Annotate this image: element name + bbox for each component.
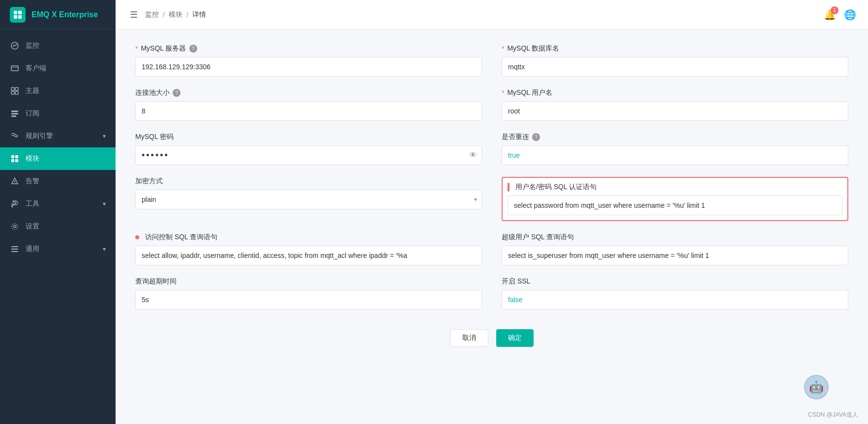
acl-sql-input[interactable] [135, 246, 482, 265]
svg-rect-14 [11, 155, 14, 158]
sidebar-item-general-label: 通用 [26, 245, 103, 254]
auth-sql-input[interactable] [508, 196, 842, 215]
settings-icon [10, 222, 20, 231]
cancel-button[interactable]: 取消 [450, 329, 488, 347]
sidebar-item-clients-label: 客户端 [26, 64, 106, 73]
acl-sql-group: 访问控制 SQL 查询语句 [135, 233, 482, 265]
sidebar-item-clients[interactable]: 客户端 [0, 57, 116, 80]
sidebar: EMQ X Enterprise 监控 客户端 [0, 0, 116, 424]
subscriptions-icon [10, 109, 20, 118]
notification-button[interactable]: 🔔 1 [824, 9, 836, 21]
svg-rect-21 [11, 246, 18, 247]
reconnect-value: true [502, 145, 848, 165]
breadcrumb-item-modules[interactable]: 模块 [169, 10, 182, 19]
svg-rect-7 [11, 87, 14, 90]
breadcrumb: 监控 / 模块 / 详情 [145, 10, 206, 19]
mysql-server-input[interactable] [135, 57, 482, 77]
sidebar-item-settings[interactable]: 设置 [0, 215, 116, 238]
rules-icon [10, 131, 20, 141]
mysql-username-group: * MySQL 用户名 [502, 88, 848, 121]
sidebar-item-rules-label: 规则引擎 [26, 132, 103, 141]
main-area: ☰ 监控 / 模块 / 详情 🔔 1 🌐 * MySQL 服务器 [116, 0, 868, 424]
reconnect-group: 是否重连 ? true [502, 133, 848, 165]
tools-icon [10, 199, 20, 209]
svg-rect-13 [11, 115, 16, 117]
confirm-button[interactable]: 确定 [496, 329, 534, 347]
mysql-username-required: * [502, 89, 504, 97]
sidebar-nav: 监控 客户端 主题 [0, 29, 116, 424]
general-arrow-icon: ▾ [103, 246, 106, 253]
monitor-icon [10, 41, 20, 51]
notification-badge: 1 [831, 6, 838, 14]
logo-icon [10, 7, 26, 23]
svg-point-20 [14, 226, 16, 228]
form-grid: * MySQL 服务器 ? * MySQL 数据库名 连接池大小 ? [135, 44, 848, 310]
svg-rect-8 [15, 87, 18, 90]
breadcrumb-sep-2: / [186, 11, 188, 19]
svg-rect-23 [11, 251, 18, 252]
mysql-password-label: MySQL 密码 [135, 133, 482, 141]
sidebar-item-subscriptions[interactable]: 订阅 [0, 102, 116, 125]
form-footer: 取消 确定 [135, 329, 848, 357]
sidebar-item-general[interactable]: 通用 ▾ [0, 238, 116, 260]
svg-rect-10 [15, 91, 18, 94]
svg-rect-3 [18, 15, 22, 19]
eye-icon[interactable]: 👁 [469, 151, 477, 160]
svg-rect-0 [14, 11, 17, 14]
mysql-server-help-icon[interactable]: ? [189, 45, 197, 53]
sidebar-item-alerts[interactable]: 告警 [0, 170, 116, 193]
mysql-password-input[interactable] [135, 145, 482, 165]
sidebar-item-topics[interactable]: 主题 [0, 80, 116, 102]
watermark: CSDN @JAVA道人 [808, 411, 858, 419]
page-header: ☰ 监控 / 模块 / 详情 🔔 1 🌐 [116, 0, 868, 29]
svg-rect-2 [14, 15, 17, 19]
mysql-server-required: * [135, 45, 138, 53]
reconnect-label: 是否重连 ? [502, 133, 848, 141]
menu-toggle-button[interactable]: ☰ [127, 7, 140, 23]
sidebar-item-rules[interactable]: 规则引擎 ▾ [0, 125, 116, 147]
superuser-sql-input[interactable] [502, 246, 848, 265]
encrypt-select-wrapper: plain md5 sha sha256 ▾ [135, 190, 482, 209]
red-bar-icon [508, 183, 509, 192]
svg-rect-17 [15, 159, 18, 162]
reconnect-help-icon[interactable]: ? [532, 133, 540, 141]
svg-rect-11 [11, 111, 18, 112]
svg-rect-16 [11, 159, 14, 162]
sidebar-item-modules[interactable]: 模块 [0, 147, 116, 170]
pool-size-input[interactable] [135, 101, 482, 121]
sidebar-item-monitor[interactable]: 监控 [0, 34, 116, 57]
general-icon [10, 244, 20, 254]
mysql-server-group: * MySQL 服务器 ? [135, 44, 482, 77]
ssl-value: false [502, 290, 848, 310]
auth-sql-group: 用户名/密码 SQL 认证语句 [502, 177, 848, 221]
sidebar-logo: EMQ X Enterprise [0, 0, 116, 29]
pool-size-label: 连接池大小 ? [135, 88, 482, 97]
language-button[interactable]: 🌐 [844, 9, 856, 21]
tools-arrow-icon: ▾ [103, 200, 106, 207]
mysql-server-label: * MySQL 服务器 ? [135, 44, 482, 53]
mysql-db-input[interactable] [502, 57, 848, 77]
encrypt-group: 加密方式 plain md5 sha sha256 ▾ [135, 177, 482, 221]
ssl-label: 开启 SSL [502, 277, 848, 286]
chat-bubble-button[interactable]: 🤖 [804, 375, 829, 399]
mysql-db-label: * MySQL 数据库名 [502, 44, 848, 53]
mysql-password-group: MySQL 密码 👁 [135, 133, 482, 165]
header-left: ☰ 监控 / 模块 / 详情 [127, 7, 206, 23]
chat-icon: 🤖 [809, 380, 824, 394]
query-timeout-input[interactable] [135, 290, 482, 310]
svg-rect-9 [11, 91, 14, 94]
svg-rect-1 [18, 11, 22, 14]
encrypt-select[interactable]: plain md5 sha sha256 [135, 190, 482, 209]
app-title: EMQ X Enterprise [31, 10, 98, 19]
svg-rect-5 [11, 66, 18, 71]
sidebar-item-monitor-label: 监控 [26, 41, 106, 50]
sidebar-item-modules-label: 模块 [26, 154, 106, 163]
mysql-username-input[interactable] [502, 101, 848, 121]
content-area: * MySQL 服务器 ? * MySQL 数据库名 连接池大小 ? [116, 29, 868, 424]
sidebar-item-tools[interactable]: 工具 ▾ [0, 193, 116, 215]
svg-rect-15 [15, 155, 18, 158]
breadcrumb-item-monitor[interactable]: 监控 [145, 10, 159, 19]
sidebar-item-settings-label: 设置 [26, 222, 106, 231]
mysql-password-wrapper: 👁 [135, 145, 482, 165]
pool-size-help-icon[interactable]: ? [173, 89, 180, 97]
